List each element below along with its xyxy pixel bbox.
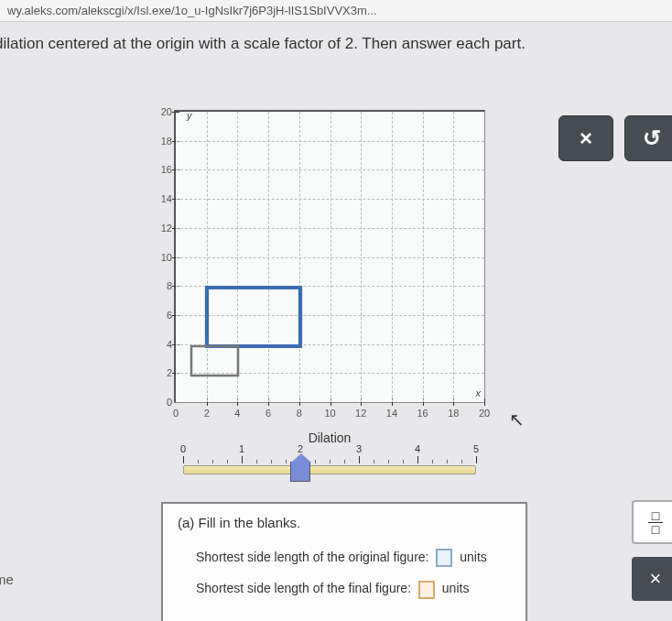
plotted-shapes	[176, 112, 487, 405]
dilation-slider[interactable]: 0 1 2 3 4 5	[183, 449, 476, 485]
x-axis-label: x	[476, 387, 482, 398]
x-tick: 0	[173, 408, 179, 419]
fraction-icon: □	[652, 523, 659, 536]
right-tool-panel: □ □ ×	[632, 500, 672, 601]
y-tick: 10	[156, 252, 172, 263]
x-tick: 6	[266, 408, 271, 419]
final-figure	[207, 288, 300, 346]
y-axis-label: y	[187, 110, 192, 121]
x-tick: 18	[448, 408, 459, 419]
question-line-2: Shortest side length of the final figure…	[196, 578, 511, 598]
coordinate-grid[interactable]: y x 20 18 16 14 12 10 8 6 4 2 0 0 2 4 6 …	[174, 110, 485, 403]
y-tick: 0	[156, 397, 172, 408]
y-tick: 20	[156, 106, 172, 117]
x-tick: 4	[234, 408, 240, 419]
instruction-text: dilation centered at the origin with a s…	[0, 22, 672, 66]
question-line-1: Shortest side length of the original fig…	[196, 547, 511, 567]
x-tick: 16	[417, 408, 428, 419]
y-tick: 2	[156, 367, 172, 378]
fraction-icon: □	[648, 509, 663, 523]
y-tick: 14	[156, 193, 172, 204]
x-tick: 2	[204, 408, 210, 419]
dilation-slider-area: Dilation 0 1 2 3 4 5	[174, 430, 485, 485]
cursor-icon: ↖	[509, 409, 525, 430]
y-tick: 4	[156, 339, 172, 350]
final-length-input[interactable]	[418, 581, 435, 599]
original-length-input[interactable]	[436, 549, 452, 567]
q1-suffix: units	[460, 550, 487, 564]
graph-container: y x 20 18 16 14 12 10 8 6 4 2 0 0 2 4 6 …	[174, 110, 504, 485]
slider-label: 5	[473, 443, 479, 454]
reset-button[interactable]: ↺	[624, 115, 672, 161]
y-tick: 18	[156, 136, 172, 147]
slider-label: 3	[356, 443, 362, 454]
url-bar: wy.aleks.com/alekscgi/x/Isl.exe/1o_u-IgN…	[0, 0, 672, 22]
y-tick: 8	[156, 280, 172, 291]
fraction-tool-button[interactable]: □ □	[632, 500, 672, 544]
slider-thumb[interactable]	[290, 462, 310, 482]
toolbar: × ↺	[558, 115, 672, 161]
y-tick: 16	[156, 164, 172, 175]
clear-button[interactable]: ×	[632, 557, 672, 601]
original-figure	[191, 346, 238, 376]
x-tick: 14	[386, 408, 397, 419]
x-tick: 10	[324, 408, 335, 419]
slider-title: Dilation	[174, 430, 485, 445]
q2-suffix: units	[442, 581, 470, 595]
slider-label: 1	[239, 443, 244, 454]
y-tick: 12	[156, 223, 172, 234]
slider-label: 0	[180, 443, 186, 454]
q2-prefix: Shortest side length of the final figure…	[196, 581, 411, 595]
y-tick: 6	[156, 310, 172, 321]
x-tick: 12	[355, 408, 366, 419]
question-part-label: (a) Fill in the blanks.	[178, 515, 511, 530]
slider-label: 4	[415, 443, 420, 454]
x-tick: 20	[479, 408, 490, 419]
close-button[interactable]: ×	[558, 115, 613, 161]
question-panel: (a) Fill in the blanks. Shortest side le…	[161, 502, 527, 621]
me-label: me	[0, 572, 14, 587]
x-tick: 8	[297, 408, 302, 419]
q1-prefix: Shortest side length of the original fig…	[196, 550, 429, 564]
